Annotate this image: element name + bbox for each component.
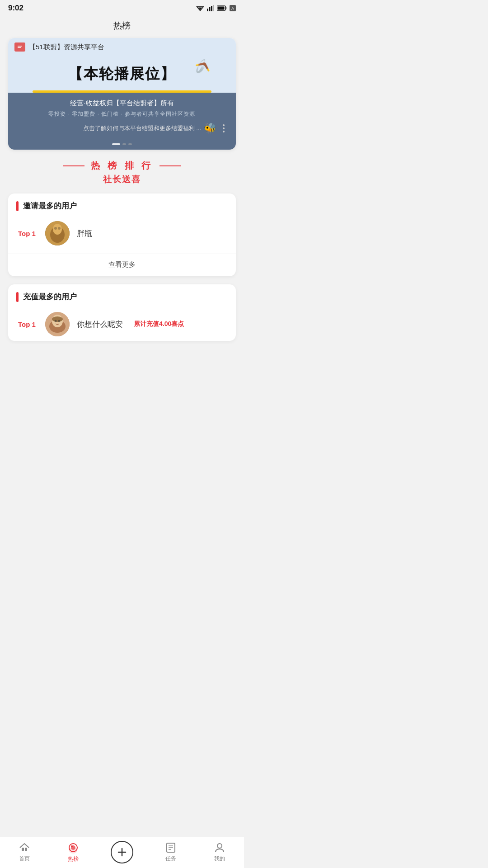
banner-top: 【51联盟】资源共享平台 【本轮播展位】 🪃: [8, 38, 236, 93]
title-line-right: [160, 165, 181, 166]
section-title-block: 热 榜 排 行 社长送喜: [0, 160, 244, 185]
banner-cta-text: 点击了解如何与本平台结盟和更多结盟福利 ...: [83, 124, 201, 132]
more-dots-icon[interactable]: [219, 123, 229, 133]
invite-list-item-1: Top 1 胖瓶: [8, 217, 236, 250]
banner-bottom: 经营·收益权归【平台结盟者】所有 零投资 · 零加盟费 · 低门槛 · 参与者可…: [8, 93, 236, 141]
banner-platform-tag: 【51联盟】资源共享平台: [14, 42, 230, 52]
edit-icon: [17, 44, 23, 50]
svg-rect-3: [207, 9, 208, 11]
banner-emoji: 🐝: [204, 123, 216, 134]
banner-cta-row: 点击了解如何与本平台结盟和更多结盟福利 ... 🐝: [15, 123, 229, 134]
section-subtitle-text: 社长送喜: [9, 174, 235, 185]
a-icon: A: [230, 5, 236, 11]
svg-point-19: [58, 227, 61, 230]
recharge-card: 充值最多的用户 Top 1 你想什么呢安 累计充值4.00喜点: [8, 284, 236, 341]
indicator-dot-1: [112, 143, 120, 145]
status-bar: 9:02 A: [0, 0, 244, 15]
title-line-left: [63, 165, 84, 166]
recharge-card-header: 充值最多的用户: [8, 284, 236, 307]
status-icons: A: [196, 5, 236, 11]
banner-subtext: 零投资 · 零加盟费 · 低门槛 · 参与者可共享全国社区资源: [15, 110, 229, 118]
invite-top-label-1: Top 1: [18, 230, 38, 237]
banner-platform-label: 【51联盟】资源共享平台: [29, 43, 104, 52]
recharge-user-badge-1: 累计充值4.00喜点: [134, 320, 184, 328]
status-time: 9:02: [8, 4, 23, 13]
wifi-icon: [196, 5, 204, 11]
svg-point-24: [55, 320, 57, 322]
banner-card[interactable]: 【51联盟】资源共享平台 【本轮播展位】 🪃 经营·收益权归【平台结盟者】所有 …: [8, 38, 236, 150]
invite-card-header: 邀请最多的用户: [8, 193, 236, 217]
red-bar-recharge: [16, 292, 19, 302]
indicator-dot-3: [128, 143, 132, 145]
banner-platform-icon: [14, 42, 25, 52]
red-bar-invite: [16, 201, 19, 211]
avatar-image-1: [45, 221, 70, 245]
recharge-user-name-1: 你想什么呢安: [77, 319, 123, 330]
banner-subtitle: 经营·收益权归【平台结盟者】所有: [15, 99, 229, 108]
svg-rect-8: [226, 7, 227, 9]
page-header: 热榜: [0, 15, 244, 38]
invite-avatar-1: [45, 221, 70, 245]
svg-point-18: [54, 227, 57, 230]
svg-rect-4: [209, 7, 211, 11]
banner-indicator: [8, 141, 236, 150]
battery-icon: [217, 5, 227, 11]
recharge-top-label-1: Top 1: [18, 321, 38, 328]
svg-point-23: [52, 316, 63, 322]
banner-yellow-line: [33, 90, 211, 93]
svg-rect-12: [17, 44, 23, 50]
indicator-dot-2: [122, 143, 126, 145]
invite-user-name-1: 胖瓶: [77, 228, 92, 239]
recharge-list-item-1: Top 1 你想什么呢安 累计充值4.00喜点: [8, 307, 236, 341]
page-title: 热榜: [113, 21, 131, 30]
section-title-main: 热 榜 排 行: [9, 160, 235, 172]
svg-point-17: [53, 224, 62, 235]
svg-rect-5: [211, 6, 212, 11]
svg-rect-9: [218, 7, 225, 10]
avatar-image-2: [45, 312, 70, 336]
svg-point-25: [58, 320, 61, 322]
invite-card: 邀请最多的用户 Top 1 胖瓶 查看更多: [8, 193, 236, 276]
invite-card-title: 邀请最多的用户: [23, 201, 77, 211]
recharge-avatar-1: [45, 312, 70, 336]
invite-view-more-btn[interactable]: 查看更多: [8, 254, 236, 276]
svg-rect-6: [213, 5, 215, 11]
section-title-text: 热 榜 排 行: [91, 160, 154, 172]
recharge-card-title: 充值最多的用户: [23, 292, 77, 302]
signal-icon: [207, 5, 214, 11]
svg-text:A: A: [231, 6, 234, 11]
